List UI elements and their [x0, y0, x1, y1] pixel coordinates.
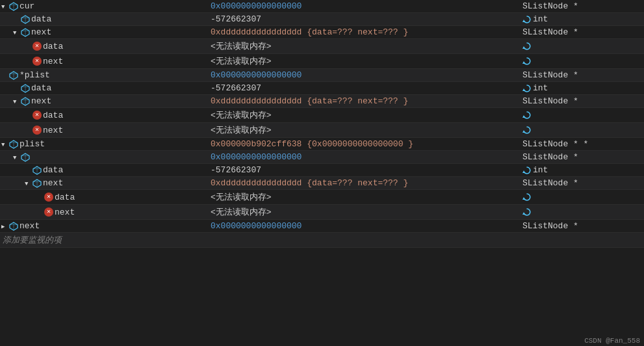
var-value: 0x0000000000000000 — [211, 221, 302, 231]
var-value: 0x0000000000000000 — [211, 152, 302, 162]
var-value: 0xdddddddddddddddd {data=??? next=??? } — [211, 27, 408, 37]
var-type: SListNode * — [522, 178, 578, 188]
footer-label: CSDN @Fan_558 — [580, 336, 644, 346]
svg-marker-23 — [522, 130, 525, 133]
var-value: <无法读取内存> — [211, 126, 272, 135]
table-row: data<无法读取内存> — [0, 39, 644, 54]
var-name: data — [55, 193, 75, 202]
var-name: next — [31, 27, 51, 37]
var-name: next — [19, 221, 40, 231]
var-type: SListNode * — [522, 27, 578, 37]
expand-collapse-icon[interactable] — [13, 29, 19, 36]
var-type: SListNode * * — [522, 139, 588, 149]
var-type: int — [533, 83, 548, 93]
expand-collapse-icon[interactable] — [1, 223, 8, 230]
table-row: next0x0000000000000000 SListNode * — [0, 220, 644, 233]
table-row: *plist0x0000000000000000 SListNode * — [0, 69, 644, 82]
svg-marker-22 — [522, 115, 525, 118]
var-value: <无法读取内存> — [211, 57, 272, 66]
var-name: data — [43, 165, 63, 175]
var-type: SListNode * — [522, 96, 578, 106]
var-name: cur — [19, 1, 34, 11]
svg-marker-33 — [522, 170, 525, 173]
var-name: plist — [19, 139, 45, 149]
error-icon — [44, 207, 53, 217]
error-icon — [32, 57, 42, 66]
var-value: -572662307 — [211, 165, 261, 175]
table-row: next<无法读取内存> — [0, 205, 644, 220]
error-icon — [32, 111, 42, 120]
expand-collapse-icon[interactable] — [13, 154, 19, 161]
var-name: data — [31, 14, 51, 24]
table-row: plist0x000000b902cff638 {0x0000000000000… — [0, 138, 644, 151]
table-row: data-572662307 int — [0, 82, 644, 95]
error-icon — [32, 126, 42, 135]
expand-collapse-icon[interactable] — [1, 3, 8, 10]
table-row: next<无法读取内存> — [0, 54, 644, 69]
var-value: <无法读取内存> — [211, 193, 272, 202]
table-row: data<无法读取内存> — [0, 108, 644, 123]
var-name: next — [31, 96, 51, 106]
var-value: 0x0000000000000000 — [211, 70, 302, 80]
var-value: <无法读取内存> — [211, 111, 272, 120]
var-value: <无法读取内存> — [211, 207, 272, 217]
table-row: next0xdddddddddddddddd {data=??? next=??… — [0, 177, 644, 190]
svg-marker-37 — [522, 197, 525, 200]
svg-marker-38 — [522, 212, 525, 215]
var-name: next — [43, 57, 63, 66]
var-name: *plist — [19, 70, 50, 80]
var-value: -572662307 — [211, 83, 261, 93]
svg-marker-11 — [522, 61, 525, 64]
var-value: 0xdddddddddddddddd {data=??? next=??? } — [211, 96, 408, 106]
table-row: 0x0000000000000000 SListNode * — [0, 151, 644, 164]
var-type: SListNode * — [522, 70, 578, 80]
var-type: SListNode * — [522, 152, 578, 162]
table-row: next<无法读取内存> — [0, 123, 644, 138]
var-type: SListNode * — [522, 1, 578, 11]
expand-collapse-icon[interactable] — [13, 98, 19, 105]
var-name: data — [43, 42, 63, 51]
add-watch-label[interactable]: 添加要监视的项 — [0, 233, 644, 248]
expand-collapse-icon[interactable] — [1, 141, 8, 148]
var-name: data — [31, 83, 51, 93]
table-row: next0xdddddddddddddddd {data=??? next=??… — [0, 26, 644, 39]
error-icon — [44, 193, 53, 202]
expand-collapse-icon[interactable] — [25, 180, 31, 187]
svg-marker-10 — [522, 46, 525, 49]
svg-marker-6 — [522, 20, 525, 22]
var-name: next — [43, 178, 63, 188]
var-value: <无法读取内存> — [211, 42, 272, 51]
var-type: SListNode * — [522, 221, 578, 231]
var-value: -572662307 — [211, 14, 261, 24]
error-icon — [32, 42, 42, 51]
table-row: data-572662307 int — [0, 164, 644, 177]
var-value: 0xdddddddddddddddd {data=??? next=??? } — [211, 178, 408, 188]
table-row: data<无法读取内存> — [0, 190, 644, 205]
add-watch-row[interactable]: 添加要监视的项 — [0, 233, 644, 248]
var-name: data — [43, 111, 63, 120]
table-row: cur0x0000000000000000 SListNode * — [0, 0, 644, 13]
svg-marker-18 — [522, 88, 525, 91]
var-name: next — [55, 207, 75, 217]
var-type: int — [533, 14, 548, 24]
var-value: 0x000000b902cff638 {0x0000000000000000 } — [211, 139, 413, 149]
table-row: data-572662307 int — [0, 13, 644, 26]
var-type: int — [533, 165, 548, 175]
var-value: 0x0000000000000000 — [211, 1, 302, 11]
table-row: next0xdddddddddddddddd {data=??? next=??… — [0, 95, 644, 108]
var-name: next — [43, 126, 63, 135]
